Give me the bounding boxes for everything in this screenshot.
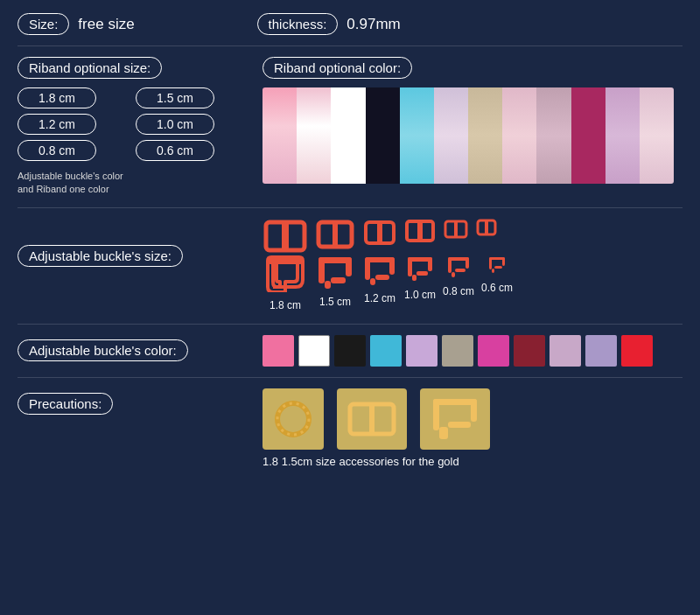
page-container: Size: free size thickness: 0.97mm Riband… [0,0,700,615]
swatch-pink [262,335,294,367]
divider-4 [18,377,682,378]
svg-rect-25 [428,257,432,271]
riband-size-title: Riband optional size: [18,57,245,79]
svg-rect-30 [466,257,469,269]
buckle-color-pill: Adjustable buckle's color: [18,339,188,361]
svg-rect-43 [433,399,439,430]
thickness-value: 0.97mm [346,16,400,33]
svg-rect-36 [494,266,502,269]
thickness-label: thickness: [257,13,339,35]
swatch-mauve [550,335,581,367]
svg-rect-22 [370,278,375,285]
gold-accessories [262,388,490,450]
svg-rect-21 [375,275,389,280]
size-section: Size: free size [18,13,135,35]
riband-size-options: 1.8 cm 1.5 cm 1.2 cm 1.0 cm 0.8 cm 0.6 c… [18,87,245,161]
buckle-col-6 [476,219,497,254]
buckle-top-3 [362,219,397,247]
riband-size-section: Riband optional size: 1.8 cm 1.5 cm 1.2 … [18,57,245,197]
buckle-bot-col-4: 1.0 cm [404,255,436,311]
svg-rect-5 [377,222,382,243]
gold-ghook-buckle [420,388,490,450]
buckle-label-2: 1.5 cm [319,296,351,308]
riband-color-pill: Riband optional color: [262,57,412,79]
buckle-bot-6 [487,255,507,275]
buckle-top-6 [476,219,497,236]
svg-rect-24 [408,257,412,276]
buckle-size-right: 1.8 cm 1.5 cm [262,219,682,313]
color-swatches [262,335,653,367]
buckle-color-row: Adjustable buckle's color: [18,335,682,367]
swatch-cyan [370,335,402,367]
riband-color-section: Riband optional color: [262,57,682,184]
buckle-col-5 [443,219,469,254]
riband-size-pill: Riband optional size: [18,57,162,79]
gold-note: 1.8 1.5cm size accessories for the gold [262,455,459,468]
buckle-label-3: 1.2 cm [364,292,396,304]
buckle-bot-4 [405,255,435,282]
svg-rect-12 [268,257,303,264]
buckle-bot-col-1: 1.8 cm [262,255,308,311]
buckle-bot-5 [446,255,471,278]
top-row: Size: free size thickness: 0.97mm [18,13,682,35]
buckle-label-4: 1.0 cm [404,289,436,301]
buckle-bottom-row: 1.8 cm 1.5 cm [262,255,682,311]
swatch-magenta [478,335,509,367]
riband-size-1: 1.8 cm [18,87,96,108]
swatch-darkred [514,335,545,367]
svg-rect-3 [332,222,338,247]
buckle-col-4 [404,219,436,254]
riband-size-4: 1.0 cm [136,114,214,135]
svg-rect-16 [331,277,346,283]
svg-rect-46 [439,427,448,439]
svg-rect-11 [485,220,488,234]
gold-ring [262,388,324,450]
svg-rect-15 [346,257,352,276]
riband-size-6: 0.6 cm [136,140,214,161]
svg-rect-14 [318,257,325,283]
size-value: free size [78,16,134,33]
divider-3 [18,324,682,325]
buckle-color-left: Adjustable buckle's color: [18,339,245,361]
buckle-bot-col-6: 0.6 cm [481,255,513,311]
buckle-bot-1 [262,255,308,292]
svg-rect-37 [492,269,494,273]
buckle-top-row [262,219,682,254]
buckle-col-1 [262,219,308,254]
buckle-size-left: Adjustable buckle's size: [18,219,245,267]
svg-rect-31 [455,269,466,272]
svg-rect-44 [471,399,477,422]
riband-color-strips [262,87,674,184]
buckle-bot-2 [315,255,355,289]
riband-row: Riband optional size: 1.8 cm 1.5 cm 1.2 … [18,57,682,197]
svg-rect-34 [489,257,492,269]
svg-rect-42 [433,399,477,405]
buckle-label-5: 0.8 cm [443,285,474,297]
svg-rect-19 [365,257,370,280]
buckle-size-row: Adjustable buckle's size: [18,219,682,313]
buckle-bot-3 [362,255,397,285]
gold-rect-buckle [337,388,407,450]
buckle-top-1 [262,219,308,254]
riband-size-2: 1.5 cm [136,87,214,108]
size-label: Size: [18,13,69,35]
riband-color-title: Riband optional color: [262,57,682,79]
svg-rect-1 [282,222,289,250]
precautions-row: Precautions: [18,388,682,468]
svg-rect-27 [412,275,416,281]
svg-rect-9 [454,221,458,237]
svg-rect-7 [417,221,423,241]
precautions-left: Precautions: [18,388,245,415]
buckle-top-4 [404,219,436,243]
buckle-col-2 [315,219,355,254]
svg-rect-26 [416,271,428,276]
buckle-col-3 [362,219,397,254]
svg-rect-35 [502,257,505,266]
riband-note: Adjustable buckle's colorand Riband one … [18,170,245,197]
riband-size-3: 1.2 cm [18,114,96,135]
swatch-periwinkle [585,335,617,367]
precautions-pill: Precautions: [18,393,113,415]
buckle-size-pill: Adjustable buckle's size: [18,245,183,267]
svg-rect-17 [325,281,331,289]
svg-rect-20 [389,257,395,275]
